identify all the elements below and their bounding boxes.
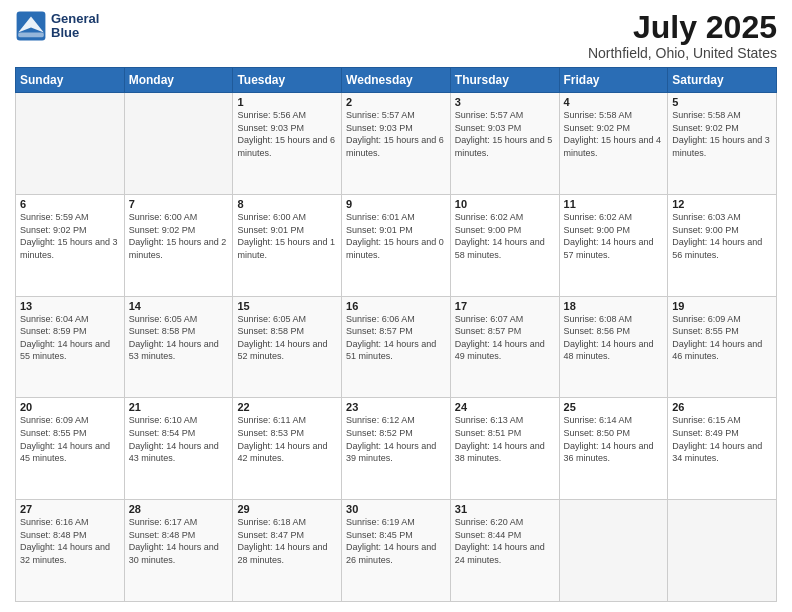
day-number: 22 xyxy=(237,401,337,413)
calendar-day-cell xyxy=(124,93,233,195)
calendar-day-cell: 6Sunrise: 5:59 AMSunset: 9:02 PMDaylight… xyxy=(16,194,125,296)
day-info: Sunrise: 6:09 AMSunset: 8:55 PMDaylight:… xyxy=(672,313,772,363)
calendar-day-cell: 15Sunrise: 6:05 AMSunset: 8:58 PMDayligh… xyxy=(233,296,342,398)
calendar-day-cell xyxy=(559,500,668,602)
day-info: Sunrise: 6:03 AMSunset: 9:00 PMDaylight:… xyxy=(672,211,772,261)
calendar-day-cell: 16Sunrise: 6:06 AMSunset: 8:57 PMDayligh… xyxy=(342,296,451,398)
calendar-day-cell: 2Sunrise: 5:57 AMSunset: 9:03 PMDaylight… xyxy=(342,93,451,195)
day-info: Sunrise: 6:16 AMSunset: 8:48 PMDaylight:… xyxy=(20,516,120,566)
weekday-header: Friday xyxy=(559,68,668,93)
day-info: Sunrise: 5:59 AMSunset: 9:02 PMDaylight:… xyxy=(20,211,120,261)
day-info: Sunrise: 6:01 AMSunset: 9:01 PMDaylight:… xyxy=(346,211,446,261)
calendar-day-cell: 12Sunrise: 6:03 AMSunset: 9:00 PMDayligh… xyxy=(668,194,777,296)
day-info: Sunrise: 6:11 AMSunset: 8:53 PMDaylight:… xyxy=(237,414,337,464)
day-number: 7 xyxy=(129,198,229,210)
logo-line1: General xyxy=(51,12,99,26)
calendar-day-cell: 17Sunrise: 6:07 AMSunset: 8:57 PMDayligh… xyxy=(450,296,559,398)
calendar-day-cell: 24Sunrise: 6:13 AMSunset: 8:51 PMDayligh… xyxy=(450,398,559,500)
day-info: Sunrise: 6:08 AMSunset: 8:56 PMDaylight:… xyxy=(564,313,664,363)
day-number: 5 xyxy=(672,96,772,108)
day-info: Sunrise: 6:09 AMSunset: 8:55 PMDaylight:… xyxy=(20,414,120,464)
day-info: Sunrise: 6:13 AMSunset: 8:51 PMDaylight:… xyxy=(455,414,555,464)
day-info: Sunrise: 6:05 AMSunset: 8:58 PMDaylight:… xyxy=(129,313,229,363)
calendar-day-cell xyxy=(668,500,777,602)
day-number: 12 xyxy=(672,198,772,210)
title-section: July 2025 Northfield, Ohio, United State… xyxy=(588,10,777,61)
calendar-day-cell: 14Sunrise: 6:05 AMSunset: 8:58 PMDayligh… xyxy=(124,296,233,398)
day-number: 13 xyxy=(20,300,120,312)
day-info: Sunrise: 6:17 AMSunset: 8:48 PMDaylight:… xyxy=(129,516,229,566)
day-number: 18 xyxy=(564,300,664,312)
page: General Blue July 2025 Northfield, Ohio,… xyxy=(0,0,792,612)
calendar-day-cell: 3Sunrise: 5:57 AMSunset: 9:03 PMDaylight… xyxy=(450,93,559,195)
main-title: July 2025 xyxy=(588,10,777,45)
weekday-header: Saturday xyxy=(668,68,777,93)
day-number: 26 xyxy=(672,401,772,413)
day-number: 10 xyxy=(455,198,555,210)
day-info: Sunrise: 6:00 AMSunset: 9:01 PMDaylight:… xyxy=(237,211,337,261)
day-info: Sunrise: 6:15 AMSunset: 8:49 PMDaylight:… xyxy=(672,414,772,464)
day-number: 28 xyxy=(129,503,229,515)
logo-icon xyxy=(15,10,47,42)
calendar-header: SundayMondayTuesdayWednesdayThursdayFrid… xyxy=(16,68,777,93)
calendar-day-cell: 18Sunrise: 6:08 AMSunset: 8:56 PMDayligh… xyxy=(559,296,668,398)
day-number: 4 xyxy=(564,96,664,108)
day-info: Sunrise: 6:07 AMSunset: 8:57 PMDaylight:… xyxy=(455,313,555,363)
day-number: 1 xyxy=(237,96,337,108)
weekday-header: Thursday xyxy=(450,68,559,93)
calendar-day-cell: 8Sunrise: 6:00 AMSunset: 9:01 PMDaylight… xyxy=(233,194,342,296)
day-number: 24 xyxy=(455,401,555,413)
day-number: 25 xyxy=(564,401,664,413)
calendar-day-cell: 19Sunrise: 6:09 AMSunset: 8:55 PMDayligh… xyxy=(668,296,777,398)
day-number: 20 xyxy=(20,401,120,413)
day-number: 3 xyxy=(455,96,555,108)
calendar-day-cell: 31Sunrise: 6:20 AMSunset: 8:44 PMDayligh… xyxy=(450,500,559,602)
calendar-day-cell: 4Sunrise: 5:58 AMSunset: 9:02 PMDaylight… xyxy=(559,93,668,195)
day-number: 21 xyxy=(129,401,229,413)
calendar-week-row: 13Sunrise: 6:04 AMSunset: 8:59 PMDayligh… xyxy=(16,296,777,398)
day-info: Sunrise: 5:56 AMSunset: 9:03 PMDaylight:… xyxy=(237,109,337,159)
day-info: Sunrise: 6:14 AMSunset: 8:50 PMDaylight:… xyxy=(564,414,664,464)
subtitle: Northfield, Ohio, United States xyxy=(588,45,777,61)
calendar-body: 1Sunrise: 5:56 AMSunset: 9:03 PMDaylight… xyxy=(16,93,777,602)
day-info: Sunrise: 6:06 AMSunset: 8:57 PMDaylight:… xyxy=(346,313,446,363)
day-info: Sunrise: 5:58 AMSunset: 9:02 PMDaylight:… xyxy=(672,109,772,159)
calendar-day-cell: 1Sunrise: 5:56 AMSunset: 9:03 PMDaylight… xyxy=(233,93,342,195)
calendar-day-cell: 9Sunrise: 6:01 AMSunset: 9:01 PMDaylight… xyxy=(342,194,451,296)
calendar-day-cell: 23Sunrise: 6:12 AMSunset: 8:52 PMDayligh… xyxy=(342,398,451,500)
day-number: 8 xyxy=(237,198,337,210)
calendar-day-cell: 20Sunrise: 6:09 AMSunset: 8:55 PMDayligh… xyxy=(16,398,125,500)
day-number: 9 xyxy=(346,198,446,210)
calendar-day-cell: 21Sunrise: 6:10 AMSunset: 8:54 PMDayligh… xyxy=(124,398,233,500)
day-info: Sunrise: 6:12 AMSunset: 8:52 PMDaylight:… xyxy=(346,414,446,464)
day-info: Sunrise: 6:00 AMSunset: 9:02 PMDaylight:… xyxy=(129,211,229,261)
calendar-day-cell: 10Sunrise: 6:02 AMSunset: 9:00 PMDayligh… xyxy=(450,194,559,296)
day-info: Sunrise: 6:04 AMSunset: 8:59 PMDaylight:… xyxy=(20,313,120,363)
day-number: 27 xyxy=(20,503,120,515)
day-number: 15 xyxy=(237,300,337,312)
calendar-day-cell: 26Sunrise: 6:15 AMSunset: 8:49 PMDayligh… xyxy=(668,398,777,500)
calendar-day-cell: 22Sunrise: 6:11 AMSunset: 8:53 PMDayligh… xyxy=(233,398,342,500)
logo: General Blue xyxy=(15,10,99,42)
weekday-header: Monday xyxy=(124,68,233,93)
calendar-day-cell: 27Sunrise: 6:16 AMSunset: 8:48 PMDayligh… xyxy=(16,500,125,602)
calendar-day-cell: 28Sunrise: 6:17 AMSunset: 8:48 PMDayligh… xyxy=(124,500,233,602)
logo-text: General Blue xyxy=(51,12,99,41)
weekday-header: Tuesday xyxy=(233,68,342,93)
svg-rect-2 xyxy=(18,32,44,37)
calendar-day-cell xyxy=(16,93,125,195)
calendar-week-row: 27Sunrise: 6:16 AMSunset: 8:48 PMDayligh… xyxy=(16,500,777,602)
calendar-day-cell: 11Sunrise: 6:02 AMSunset: 9:00 PMDayligh… xyxy=(559,194,668,296)
calendar-week-row: 20Sunrise: 6:09 AMSunset: 8:55 PMDayligh… xyxy=(16,398,777,500)
calendar-day-cell: 25Sunrise: 6:14 AMSunset: 8:50 PMDayligh… xyxy=(559,398,668,500)
calendar-day-cell: 7Sunrise: 6:00 AMSunset: 9:02 PMDaylight… xyxy=(124,194,233,296)
day-number: 23 xyxy=(346,401,446,413)
header: General Blue July 2025 Northfield, Ohio,… xyxy=(15,10,777,61)
day-info: Sunrise: 6:19 AMSunset: 8:45 PMDaylight:… xyxy=(346,516,446,566)
day-info: Sunrise: 5:58 AMSunset: 9:02 PMDaylight:… xyxy=(564,109,664,159)
day-info: Sunrise: 6:05 AMSunset: 8:58 PMDaylight:… xyxy=(237,313,337,363)
calendar-day-cell: 13Sunrise: 6:04 AMSunset: 8:59 PMDayligh… xyxy=(16,296,125,398)
day-info: Sunrise: 5:57 AMSunset: 9:03 PMDaylight:… xyxy=(455,109,555,159)
day-number: 16 xyxy=(346,300,446,312)
day-number: 14 xyxy=(129,300,229,312)
